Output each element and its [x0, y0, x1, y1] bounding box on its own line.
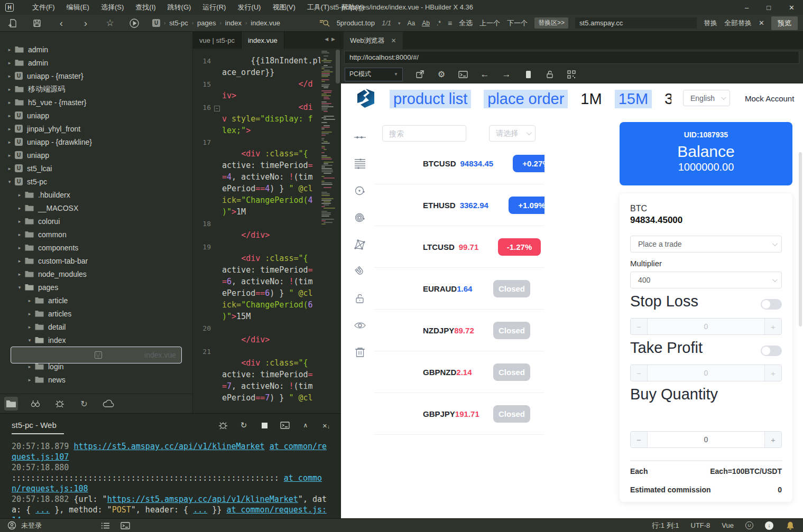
- next-match-button[interactable]: 下一个: [507, 18, 528, 28]
- device-icon[interactable]: [523, 69, 533, 80]
- debug-panel-icon[interactable]: [53, 397, 67, 410]
- stop-loss-value[interactable]: 0: [648, 319, 764, 334]
- pattern-icon[interactable]: [352, 238, 368, 251]
- menu-item-7[interactable]: 视图(V): [266, 0, 301, 15]
- encoding-label[interactable]: UTF-8: [691, 521, 710, 529]
- breadcrumb-item[interactable]: st5-pc: [169, 19, 188, 27]
- uniapp-icon[interactable]: U: [745, 521, 753, 529]
- browser-tab[interactable]: Web浏览器 ✕: [344, 32, 403, 49]
- tree-chevron-icon[interactable]: ▸: [25, 377, 34, 382]
- market-change-badge[interactable]: Closed: [493, 280, 530, 297]
- close-browser-tab-icon[interactable]: ✕: [391, 37, 396, 44]
- clear-icon[interactable]: ×↓: [321, 421, 331, 430]
- tree-item-pages[interactable]: ▾pages: [0, 281, 192, 294]
- decrement-button[interactable]: −: [631, 432, 648, 447]
- nav-place-order[interactable]: place order: [484, 90, 568, 108]
- console-tab[interactable]: st5-pc - Web: [12, 421, 64, 434]
- restart-icon[interactable]: ↻: [239, 421, 248, 430]
- nav-product-list[interactable]: product list: [390, 90, 471, 108]
- search-icon[interactable]: [319, 18, 330, 29]
- tree-item-st5_lcai[interactable]: ▸Ust5_lcai: [0, 162, 192, 175]
- log-link[interactable]: https://st5.amspay.cc/api/v1/klineMarket: [73, 442, 264, 451]
- stop-loss-toggle[interactable]: [761, 299, 782, 310]
- open-external-icon[interactable]: [414, 69, 425, 80]
- take-profit-toggle[interactable]: [761, 346, 782, 356]
- tree-chevron-icon[interactable]: ▸: [15, 245, 24, 250]
- replace-button[interactable]: 替换: [704, 18, 717, 28]
- search-query[interactable]: 5product.top: [337, 19, 375, 27]
- tree-item-uniapp[interactable]: ▸Uuniapp: [0, 109, 192, 122]
- market-change-badge[interactable]: +1.09%: [509, 197, 544, 214]
- tree-item-common[interactable]: ▸common: [0, 228, 192, 241]
- tree-chevron-icon[interactable]: ▸: [15, 232, 24, 237]
- regex-icon[interactable]: .*: [437, 19, 441, 27]
- market-change-badge[interactable]: Closed: [493, 363, 530, 381]
- tree-chevron-icon[interactable]: ▸: [25, 324, 34, 330]
- tree-chevron-icon[interactable]: ▸: [25, 364, 34, 369]
- tree-chevron-icon[interactable]: ▸: [25, 311, 34, 316]
- cloud-panel-icon[interactable]: [101, 397, 115, 410]
- settings-icon[interactable]: ⚙: [436, 69, 447, 80]
- run-icon[interactable]: [129, 18, 140, 29]
- minimap[interactable]: [321, 51, 335, 407]
- tree-item-uniapp[interactable]: ▸Uuniapp: [0, 148, 192, 162]
- log-link[interactable]: ...: [35, 505, 50, 515]
- replace-all-button[interactable]: 全部替换: [724, 18, 752, 28]
- tree-item-st5-pc[interactable]: ▾Ust5-pc: [0, 175, 192, 188]
- language-select[interactable]: English: [683, 90, 730, 106]
- menu-item-3[interactable]: 查找(I): [130, 0, 161, 15]
- unlock-icon[interactable]: [544, 69, 555, 80]
- tree-chevron-icon[interactable]: ▸: [5, 126, 14, 132]
- tree-chevron-icon[interactable]: ▸: [15, 272, 24, 277]
- page-scrollbar[interactable]: [799, 99, 802, 496]
- search-history-caret-icon[interactable]: ▾: [398, 21, 401, 26]
- tree-chevron-icon[interactable]: ▸: [5, 100, 14, 105]
- tree-item-uniapp---drawkline-[interactable]: ▸Uuniapp - {drawkline}: [0, 135, 192, 148]
- nav-3[interactable]: 3: [664, 90, 671, 108]
- replace-input[interactable]: st5.amspay.cc: [575, 17, 697, 29]
- menu-item-2[interactable]: 选择(S): [95, 0, 130, 15]
- tree-chevron-icon[interactable]: ▸: [15, 219, 24, 224]
- market-row-BTCUSD[interactable]: BTCUSD94834.45+0.27%: [374, 143, 544, 184]
- qrcode-icon[interactable]: [566, 69, 577, 80]
- tree-item-article[interactable]: ▸article: [0, 294, 192, 307]
- multiplier-select[interactable]: 400: [630, 272, 782, 288]
- editor-scrollbar[interactable]: [336, 50, 340, 83]
- tree-chevron-icon[interactable]: ▸: [15, 258, 24, 264]
- market-row-ETHUSD[interactable]: ETHUSD3362.94+1.09%: [374, 184, 544, 226]
- tree-item-index.vue[interactable]: Vindex.vue: [11, 347, 182, 363]
- url-input[interactable]: [344, 51, 799, 64]
- debug-icon[interactable]: [218, 421, 228, 430]
- star-icon[interactable]: ☆: [105, 18, 115, 29]
- market-row-EURAUD[interactable]: EURAUD1.64Closed: [374, 268, 544, 310]
- close-button[interactable]: ✕: [789, 4, 795, 12]
- eye-icon[interactable]: [352, 319, 368, 332]
- menu-item-4[interactable]: 跳转(G): [162, 0, 197, 15]
- tree-chevron-icon[interactable]: ▸: [25, 298, 34, 303]
- scrollbar-thumb[interactable]: [799, 152, 802, 326]
- tree-chevron-icon[interactable]: ▸: [5, 153, 14, 158]
- menu-item-1[interactable]: 编辑(E): [61, 0, 95, 15]
- decrement-button[interactable]: −: [631, 365, 648, 381]
- cursor-position[interactable]: 行:1 列:1: [652, 521, 679, 530]
- tree-chevron-icon[interactable]: ▸: [5, 87, 14, 92]
- tree-chevron-icon[interactable]: ▸: [15, 206, 24, 211]
- tree-item--[interactable]: ▸移动端源码: [0, 82, 192, 96]
- tree-item-admin[interactable]: ▸admin: [0, 56, 192, 69]
- market-change-badge[interactable]: -1.27%: [498, 238, 541, 256]
- increment-button[interactable]: +: [764, 432, 781, 447]
- tree-item-components[interactable]: ▸components: [0, 241, 192, 254]
- tree-item-index[interactable]: ▾index: [0, 333, 192, 347]
- new-file-icon[interactable]: [7, 18, 18, 29]
- tree-item-.hbuilderx[interactable]: ▸.hbuilderx: [0, 188, 192, 201]
- code-area[interactable]: 14 {{i18nIndent.place_order}}15 </div>16…: [193, 49, 320, 413]
- fib-lines-icon[interactable]: [352, 157, 368, 171]
- maximize-button[interactable]: □: [767, 4, 771, 12]
- tree-chevron-icon[interactable]: ▸: [15, 192, 24, 198]
- tree-chevron-icon[interactable]: ▸: [5, 73, 14, 79]
- tree-item-uniapp---master-[interactable]: ▸Uuniapp - {master}: [0, 69, 192, 82]
- magnet-icon[interactable]: [352, 265, 368, 278]
- replace-zone-button[interactable]: 替换区>>: [534, 17, 568, 29]
- breadcrumb-item[interactable]: index.vue: [251, 19, 280, 27]
- market-row-LTCUSD[interactable]: LTCUSD99.71-1.27%: [374, 226, 544, 268]
